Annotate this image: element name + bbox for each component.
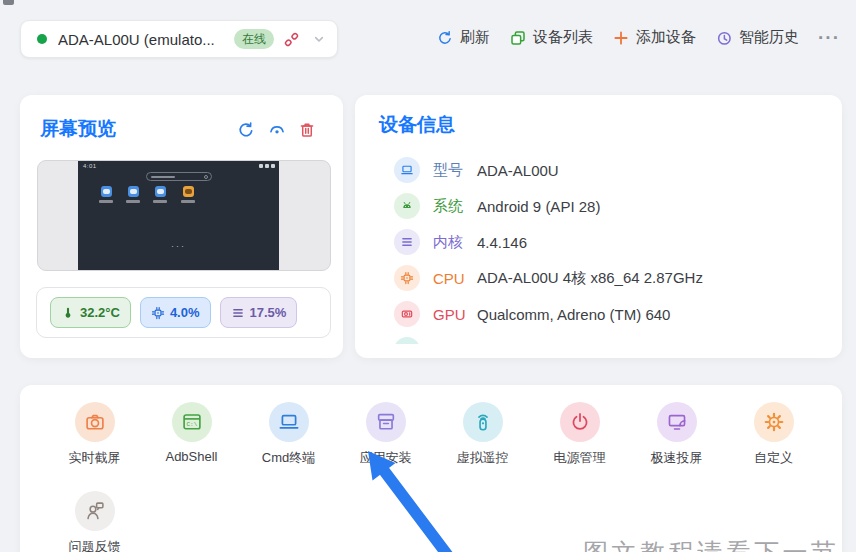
device-model-icon [394,157,420,183]
smart-history-label: 智能历史 [739,28,799,47]
tool-adbshell[interactable]: C:\ AdbShell [143,402,240,467]
info-row-model: 型号 ADA-AL00U [355,152,842,188]
device-info-title: 设备信息 [379,112,455,138]
device-stats-box: 32.2°C 4.0% 17.5% [36,287,331,338]
window-corner-artifact [3,0,14,5]
app-icon-4 [183,186,194,197]
tool-screencast[interactable]: 极速投屏 [628,402,725,467]
tool-customize[interactable]: 自定义 [725,402,822,467]
device-info-panel: 设备信息 型号 ADA-AL00U 系统 Android 9 (API 28) [355,95,842,358]
app-icon-2 [128,186,139,197]
screen-preview-title: 屏幕预览 [40,116,116,142]
android-screen: 4:01 ··· [78,161,279,271]
cpu-icon [394,265,420,291]
more-options-button[interactable]: ··· [818,33,840,43]
tool-screenshot[interactable]: 实时截屏 [46,402,143,467]
device-list-icon [509,29,527,47]
preview-actions [236,120,316,140]
device-info-rows: 型号 ADA-AL00U 系统 Android 9 (API 28) 内核 4.… [355,152,842,344]
info-row-cpu: CPU ADA-AL00U 4核 x86_64 2.87GHz [355,260,842,296]
remote-icon [463,402,503,442]
gpu-icon [394,301,420,327]
chevron-down-icon[interactable] [311,31,327,47]
resolution-icon [394,337,420,344]
page-indicator-dots: ··· [78,241,279,251]
tool-power-management[interactable]: 电源管理 [531,402,628,467]
install-box-icon [366,402,406,442]
terminal-icon: C:\ [172,402,212,442]
statusbar-icons [259,164,275,168]
temperature-badge: 32.2°C [50,297,131,328]
cpu-usage-value: 4.0% [170,305,200,320]
kernel-icon [394,229,420,255]
feedback-icon [75,491,115,531]
statusbar-time: 4:01 [83,163,97,169]
svg-text:C:\: C:\ [186,421,197,428]
online-status-badge: 在线 [234,29,274,49]
info-row-gpu: GPU Qualcomm, Adreno (TM) 640 [355,296,842,332]
gear-icon [754,402,794,442]
online-status-dot-icon [37,34,47,44]
disconnect-icon[interactable] [282,30,301,49]
smart-history-button[interactable]: 智能历史 [715,28,799,47]
device-list-button[interactable]: 设备列表 [509,28,593,47]
history-icon [715,29,733,47]
refresh-label: 刷新 [460,28,490,47]
top-toolbar: 刷新 设备列表 添加设备 智能历史 ··· [436,28,840,47]
laptop-icon [269,402,309,442]
screencast-icon [657,402,697,442]
live-view-icon[interactable] [267,120,287,140]
tool-feedback[interactable]: 问题反馈 [46,491,143,552]
chip-icon [151,306,165,320]
add-device-label: 添加设备 [636,28,696,47]
add-device-button[interactable]: 添加设备 [612,28,696,47]
camera-icon [75,402,115,442]
tools-panel: 实时截屏 C:\ AdbShell Cmd终端 [20,385,842,552]
device-screenshot-thumbnail[interactable]: 4:01 ··· [37,160,331,271]
refresh-preview-icon[interactable] [236,120,256,140]
tool-cmd-terminal[interactable]: Cmd终端 [240,402,337,467]
memory-usage-value: 17.5% [250,305,287,320]
cpu-usage-badge: 4.0% [140,297,211,328]
tool-app-install[interactable]: 应用安装 [337,402,434,467]
app-icon-1 [101,186,112,197]
info-row-partial [355,332,842,344]
android-icon [394,193,420,219]
refresh-icon [436,29,454,47]
trash-icon[interactable] [298,121,316,139]
thermometer-icon [61,306,75,320]
info-row-system: 系统 Android 9 (API 28) [355,188,842,224]
tools-row-1: 实时截屏 C:\ AdbShell Cmd终端 [20,385,842,467]
plus-icon [612,29,630,47]
clipped-caption-text: 图文教程请看下一节 [583,536,853,552]
device-selector[interactable]: ADA-AL00U (emulato... 在线 [20,20,338,58]
power-icon [560,402,600,442]
memory-usage-badge: 17.5% [220,297,298,328]
tool-virtual-remote[interactable]: 虚拟遥控 [434,402,531,467]
refresh-button[interactable]: 刷新 [436,28,490,47]
app-icon-3 [155,186,166,197]
screen-preview-panel: 屏幕预览 4:01 [20,95,343,358]
info-row-kernel: 内核 4.4.146 [355,224,842,260]
device-list-label: 设备列表 [533,28,593,47]
search-widget [146,172,212,181]
memory-icon [231,306,245,320]
temperature-value: 32.2°C [80,305,120,320]
device-name: ADA-AL00U (emulato... [58,31,234,48]
